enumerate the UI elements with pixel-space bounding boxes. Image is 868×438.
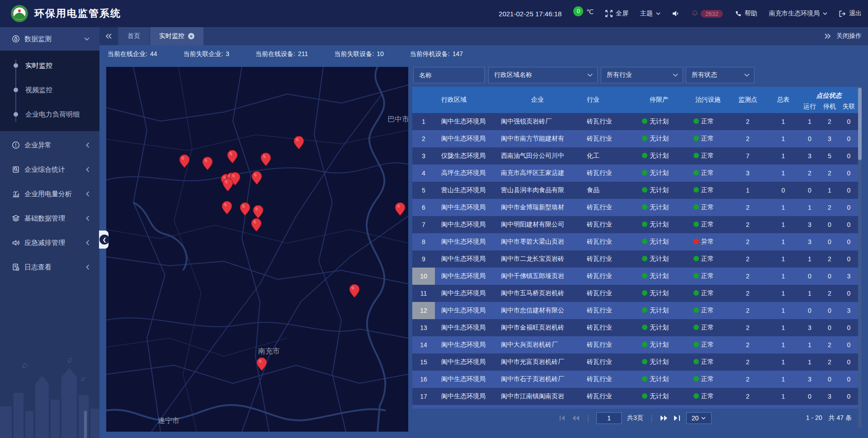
map-pin-icon[interactable] — [261, 153, 271, 166]
status-dot-icon — [642, 170, 647, 175]
sidebar-item-4[interactable]: 基础数据管理 — [0, 206, 99, 231]
table-row[interactable]: 5 营山生态环境局 营山县润丰肉食品有限 食品 无计划 正常 1 0 0 1 0 — [412, 182, 858, 199]
cell-lost: 0 — [840, 238, 858, 245]
map-pin-icon[interactable] — [227, 150, 237, 163]
cell-meter: 1 — [767, 238, 800, 245]
prev-page-button[interactable] — [571, 415, 580, 421]
map-city-labels: 巴中市南充市遂宁市 — [158, 115, 408, 424]
table-scrollbar[interactable] — [858, 87, 862, 428]
cell-lost: 0 — [840, 204, 858, 211]
close-operations-button[interactable]: 关闭操作 — [836, 32, 862, 40]
tab-0[interactable]: 首页 — [118, 27, 149, 45]
sidebar-subitem-2[interactable]: 企业电力负荷明细 — [0, 102, 99, 127]
table-row[interactable]: 16 阆中生态环境局 阆中市石子页岩机砖厂 砖瓦行业 无计划 正常 2 1 3 … — [412, 371, 858, 388]
map-pin-icon[interactable] — [222, 201, 232, 214]
help-button[interactable]: 帮助 — [735, 9, 757, 18]
status-dot-icon — [642, 256, 647, 261]
sidebar-item-1[interactable]: 企业异常 — [0, 133, 99, 157]
industry-select[interactable]: 所有行业 — [601, 67, 683, 83]
map-pin-icon[interactable] — [294, 136, 304, 149]
region-select[interactable]: 行政区域名称 — [488, 67, 598, 83]
table-row[interactable]: 8 阆中生态环境局 阆中市枣碧大梁山页岩 砖瓦行业 无计划 异常 2 1 3 0… — [412, 233, 858, 250]
close-icon[interactable]: × — [188, 33, 194, 39]
sidebar-item-2[interactable]: 企业综合统计 — [0, 157, 99, 182]
status-stat: 当前停机设备: 147 — [410, 50, 463, 58]
table-row[interactable]: 2 阆中生态环境局 阆中市南方节能建材有 砖瓦行业 无计划 正常 2 1 0 3… — [412, 130, 858, 147]
map-pin-icon[interactable] — [240, 203, 250, 216]
sidebar-subitem-0[interactable]: 实时监控 — [0, 53, 99, 78]
cell-region: 营山生态环境局 — [435, 186, 495, 194]
theme-menu[interactable]: 主题 — [640, 9, 660, 18]
status-select[interactable]: 所有状态 — [686, 67, 755, 83]
sidebar-item-0[interactable]: 数据监测 — [0, 27, 99, 51]
map-pin-icon[interactable] — [257, 358, 267, 371]
table-row[interactable]: 17 阆中生态环境局 阆中市江南镇阆南页岩 砖瓦行业 无计划 正常 2 1 0 … — [412, 388, 858, 405]
map-pin-icon[interactable] — [395, 203, 405, 216]
table-row[interactable]: 4 高坪生态环境局 南充市高坪区王家店建 砖瓦行业 无计划 正常 3 1 2 2… — [412, 165, 858, 182]
cell-facility: 正常 — [687, 255, 729, 263]
cell-run: 0 — [800, 307, 820, 314]
page-size-select[interactable]: 20 — [686, 412, 712, 424]
sidebar-subitem-1[interactable]: 视频监控 — [0, 78, 99, 102]
cell-stop: 2 — [820, 170, 840, 177]
first-page-button[interactable] — [559, 415, 566, 421]
double-chevron-right-icon[interactable] — [825, 33, 831, 39]
org-menu[interactable]: 南充市生态环境局 — [769, 9, 827, 18]
map-pin-icon[interactable] — [252, 171, 262, 184]
cell-meter: 1 — [767, 307, 800, 314]
table-row[interactable]: 1 阆中生态环境局 阆中强锐页岩砖厂 砖瓦行业 无计划 正常 2 1 1 2 0 — [412, 113, 858, 130]
cell-meter: 1 — [767, 255, 800, 263]
map-pin-icon[interactable] — [223, 178, 233, 191]
table-row[interactable]: 6 阆中生态环境局 阆中市金博瑞新型墙材 砖瓦行业 无计划 正常 2 1 1 2… — [412, 199, 858, 216]
cell-facility: 正常 — [687, 272, 729, 280]
cell-meter: 1 — [767, 118, 800, 125]
tabs-scroll-left-button[interactable] — [99, 27, 118, 45]
megaphone-icon — [12, 239, 20, 247]
stat-label: 当前失联设备: — [334, 50, 374, 58]
fullscreen-button[interactable]: 全屏 — [605, 9, 628, 18]
table-row[interactable]: 14 阆中生态环境局 阆中大兴页岩机砖厂 砖瓦行业 无计划 正常 2 1 1 2… — [412, 336, 858, 353]
mute-button[interactable] — [672, 10, 679, 17]
status-dot-icon — [693, 221, 699, 227]
sidebar-collapse-button[interactable]: ❮ — [99, 231, 108, 249]
map-pin-icon[interactable] — [251, 218, 261, 231]
table-row[interactable]: 13 阆中生态环境局 阆中市金福旺页岩机砖 砖瓦行业 无计划 正常 2 1 3 … — [412, 319, 858, 336]
chevron-left-icon — [86, 167, 90, 172]
cell-facility: 正常 — [687, 135, 729, 143]
cell-points: 2 — [729, 307, 767, 314]
table-row[interactable]: 10 阆中生态环境局 阆中千佛镇五郎垭页岩 砖瓦行业 无计划 正常 2 1 0 … — [412, 268, 858, 285]
page-number-input[interactable] — [596, 412, 622, 424]
map-panel[interactable]: 巴中市南充市遂宁市 — [106, 67, 408, 432]
map-pin-icon[interactable] — [349, 284, 359, 297]
cell-industry: 砖瓦行业 — [580, 306, 631, 315]
next-page-button[interactable] — [660, 415, 668, 421]
cell-company: 营山县润丰肉食品有限 — [495, 186, 580, 194]
map-pin-icon[interactable] — [203, 157, 212, 170]
table-row[interactable]: 3 仪陇生态环境局 西南油气田分公司川中 化工 无计划 正常 7 1 3 5 0 — [412, 147, 858, 165]
notifications-button[interactable]: 2632 — [691, 10, 723, 18]
table-row[interactable]: 9 阆中生态环境局 阆中市二龙长宝页岩砖 砖瓦行业 无计划 正常 2 1 1 2… — [412, 250, 858, 268]
chevron-down-icon — [656, 12, 660, 15]
cell-plan: 无计划 — [631, 358, 687, 366]
table-row[interactable]: 11 阆中生态环境局 阆中市五马桥页岩机砖 砖瓦行业 无计划 正常 2 1 1 … — [412, 285, 858, 302]
map-pin-icon[interactable] — [253, 205, 263, 218]
stat-label: 当前在线企业: — [108, 50, 147, 58]
row-index: 13 — [412, 319, 435, 336]
logout-button[interactable]: 退出 — [839, 9, 862, 18]
table-row[interactable]: 7 阆中生态环境局 阆中明阳建材有限公司 砖瓦行业 无计划 正常 2 1 3 0… — [412, 216, 858, 233]
logout-label: 退出 — [849, 9, 862, 18]
sidebar-item-5[interactable]: 应急减排管理 — [0, 231, 99, 255]
last-page-button[interactable] — [674, 415, 681, 421]
status-dot-icon — [693, 325, 699, 330]
table-row[interactable]: 12 阆中生态环境局 阆中市忠信建材有限公 砖瓦行业 无计划 正常 2 1 0 … — [412, 302, 858, 319]
sidebar-item-label: 企业用电量分析 — [24, 190, 72, 198]
table-row[interactable]: 18 南部生态环境局 南部县砌兴水泥有限公 建材加工 无计划 正常 6 2 0 … — [412, 405, 858, 409]
tab-1[interactable]: 实时监控 × — [150, 27, 203, 45]
scrollbar-thumb[interactable] — [858, 88, 862, 160]
sidebar-item-6[interactable]: 日志查看 — [0, 255, 99, 279]
table-row[interactable]: 15 阆中生态环境局 阆中市光富页岩机砖厂 砖瓦行业 无计划 正常 2 1 1 … — [412, 353, 858, 371]
status-dot-icon — [693, 307, 699, 313]
name-search-input[interactable] — [413, 67, 485, 83]
sidebar-item-3[interactable]: 企业用电量分析 — [0, 182, 99, 206]
table-body: 1 阆中生态环境局 阆中强锐页岩砖厂 砖瓦行业 无计划 正常 2 1 1 2 0… — [412, 113, 858, 409]
